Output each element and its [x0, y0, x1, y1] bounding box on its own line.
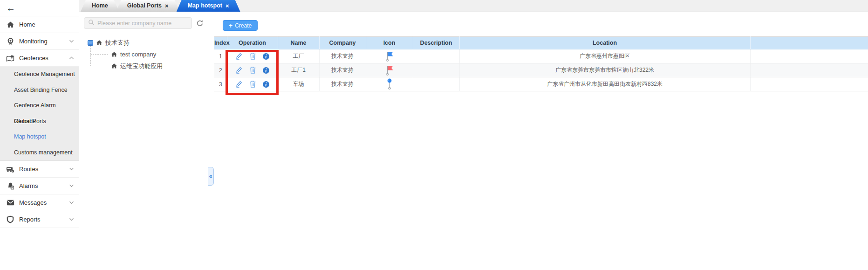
tab-bar: HomeGlobal Ports×Map hotspot× — [79, 0, 868, 12]
tab-home[interactable]: Home — [81, 0, 119, 12]
chevron-down-icon — [69, 201, 74, 204]
sidebar-item-global-ports[interactable]: Global Ports — [0, 114, 79, 130]
company-tree-panel: −技术支持test company运维宝功能应用 « — [79, 12, 208, 270]
blue-flag-icon — [366, 49, 413, 63]
sidebar-item-monitoring[interactable]: Monitoring — [0, 33, 79, 50]
panel-gap — [208, 12, 214, 270]
tab-global-ports[interactable]: Global Ports× — [116, 0, 180, 12]
sidebar-submenu: Geofence ManagementAsset Binding FenceGe… — [0, 67, 79, 161]
app-window: ← HomeMonitoringGeofencesGeofence Manage… — [0, 0, 868, 270]
sidebar-item-label: Home — [19, 21, 35, 28]
info-icon-button[interactable] — [262, 81, 270, 88]
messages-icon — [6, 199, 15, 207]
sidebar-item-geofence-alarm-records[interactable]: Geofence Alarm Records — [0, 98, 79, 114]
chevron-down-icon — [69, 40, 74, 43]
tree-node-root[interactable]: −技术支持 — [88, 37, 208, 48]
create-button[interactable]: + Create — [223, 20, 258, 31]
info-icon-button[interactable] — [262, 53, 270, 60]
table-row: 1工厂技术支持广东省惠州市惠阳区 — [214, 49, 868, 63]
column-header-company: Company — [319, 37, 366, 49]
delete-icon-button[interactable] — [249, 52, 256, 60]
back-arrow-icon[interactable]: ← — [6, 3, 15, 13]
company-icon — [111, 63, 117, 69]
chevron-up-icon — [69, 56, 74, 60]
blue-pin-icon — [366, 77, 413, 91]
main-content: + Create IndexOperationNameCompanyIconDe… — [214, 12, 868, 270]
table-row: 3车场技术支持广东省广州市从化市新田高田街农新村西832米 — [214, 77, 868, 91]
close-icon[interactable]: × — [226, 3, 229, 9]
cell-name: 车场 — [278, 77, 319, 91]
tab-map-hotspot[interactable]: Map hotspot× — [177, 0, 240, 12]
sidebar-item-home[interactable]: Home — [0, 16, 79, 33]
cell-location: 广东省广州市从化市新田高田街农新村西832米 — [459, 77, 750, 91]
collapse-node-icon[interactable]: − — [88, 40, 93, 46]
sidebar-item-alarms[interactable]: Alarms — [0, 178, 79, 194]
red-flag-icon — [366, 63, 413, 77]
routes-icon — [6, 165, 15, 173]
plus-icon: + — [229, 22, 232, 29]
sidebar-item-customs-management[interactable]: Customs management — [0, 145, 79, 161]
collapse-panel-handle[interactable]: « — [208, 167, 214, 186]
cell-location: 广东省惠州市惠阳区 — [459, 49, 750, 63]
sidebar-item-label: Alarms — [19, 182, 38, 189]
cell-location: 广东省东莞市东莞市市辖区旗山北322米 — [459, 63, 750, 77]
close-icon[interactable]: × — [165, 3, 169, 9]
sidebar-item-routes[interactable]: Routes — [0, 161, 79, 178]
cell-operation — [227, 77, 278, 91]
edit-icon-button[interactable] — [235, 80, 243, 88]
reports-icon — [6, 215, 15, 224]
sidebar: ← HomeMonitoringGeofencesGeofence Manage… — [0, 0, 79, 270]
cell-company: 技术支持 — [319, 63, 366, 77]
column-header-filler — [750, 37, 868, 49]
cell-name: 工厂 — [278, 49, 319, 63]
company-search-box — [84, 17, 192, 29]
cell-index: 2 — [214, 63, 227, 77]
sidebar-item-geofence-management[interactable]: Geofence Management — [0, 67, 79, 83]
company-search-input[interactable] — [97, 20, 188, 27]
sidebar-item-label: Routes — [19, 166, 38, 173]
delete-icon-button[interactable] — [249, 66, 256, 74]
column-header-icon: Icon — [366, 37, 413, 49]
tree-connector — [90, 66, 108, 66]
edit-icon-button[interactable] — [235, 66, 243, 74]
cell-company: 技术支持 — [319, 77, 366, 91]
cell-description — [413, 63, 459, 77]
refresh-icon[interactable] — [196, 19, 204, 28]
sidebar-item-asset-binding-fence[interactable]: Asset Binding Fence — [0, 83, 79, 98]
home-icon — [6, 21, 15, 29]
geofences-icon — [6, 54, 15, 62]
column-header-index: Index — [214, 37, 227, 49]
sidebar-nav: HomeMonitoringGeofencesGeofence Manageme… — [0, 16, 79, 228]
sidebar-item-geofences[interactable]: Geofences — [0, 50, 79, 67]
info-icon-button[interactable] — [262, 67, 270, 74]
tree-node-label: test company — [120, 51, 156, 58]
cell-description — [413, 77, 459, 91]
tree-node[interactable]: 运维宝功能应用 — [90, 60, 208, 72]
cell-index: 3 — [214, 77, 227, 91]
company-tree: −技术支持test company运维宝功能应用 — [79, 29, 208, 72]
column-header-location: Location — [459, 37, 750, 49]
sidebar-item-label: Monitoring — [19, 38, 48, 45]
column-header-operation: Operation — [227, 37, 278, 49]
cell-operation — [227, 63, 278, 77]
sidebar-header: ← — [0, 0, 79, 16]
search-icon — [88, 19, 95, 28]
company-icon — [111, 51, 117, 57]
column-header-name: Name — [278, 37, 319, 49]
tree-node[interactable]: test company — [90, 48, 208, 60]
column-header-description: Description — [413, 37, 459, 49]
sidebar-item-label: Messages — [19, 199, 47, 206]
cell-index: 1 — [214, 49, 227, 63]
cell-company: 技术支持 — [319, 49, 366, 63]
sidebar-item-messages[interactable]: Messages — [0, 194, 79, 211]
delete-icon-button[interactable] — [249, 80, 256, 88]
edit-icon-button[interactable] — [235, 52, 243, 60]
alarms-icon — [6, 182, 15, 190]
sidebar-item-label: Reports — [19, 216, 41, 223]
tree-connector — [90, 54, 108, 55]
sidebar-item-map-hotspot[interactable]: Map hotspot — [0, 129, 79, 145]
tree-node-label: 技术支持 — [105, 39, 130, 47]
chevron-down-icon — [69, 184, 74, 187]
sidebar-item-reports[interactable]: Reports — [0, 211, 79, 228]
cell-name: 工厂1 — [278, 63, 319, 77]
